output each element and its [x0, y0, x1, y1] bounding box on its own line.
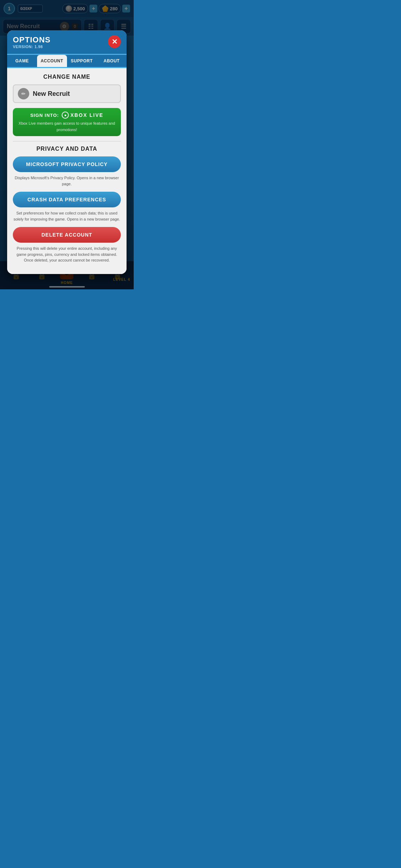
edit-icon: ✏	[18, 88, 29, 99]
delete-btn-label: DELETE ACCOUNT	[41, 232, 92, 238]
delete-account-button[interactable]: DELETE ACCOUNT	[13, 227, 121, 243]
xbox-live-button[interactable]: SIGN INTO: ● XBOX LIVE Xbox Live members…	[13, 108, 121, 136]
divider-1	[13, 141, 121, 141]
modal-title: OPTIONS	[13, 35, 51, 45]
xbox-sign-in-label: SIGN INTO:	[30, 113, 59, 118]
modal-body: CHANGE NAME ✏ New Recruit SIGN INTO: ● X…	[7, 68, 127, 274]
microsoft-btn-desc: Displays Microsoft's Privacy Policy. Ope…	[13, 175, 121, 187]
crash-btn-label: CRASH DATA PREFERENCES	[27, 197, 106, 202]
player-name-value: New Recruit	[33, 90, 70, 98]
modal-header: OPTIONS VERSION: 1.98 ✕	[7, 30, 127, 55]
tab-game[interactable]: GAME	[7, 55, 37, 67]
xbox-btn-top: SIGN INTO: ● XBOX LIVE	[18, 112, 116, 119]
crash-data-button[interactable]: CRASH DATA PREFERENCES	[13, 192, 121, 207]
change-name-title: CHANGE NAME	[13, 74, 121, 80]
xbox-logo: ● XBOX LIVE	[62, 112, 103, 119]
home-indicator	[49, 286, 85, 288]
delete-btn-desc: Pressing this will delete your entire ac…	[13, 246, 121, 263]
tab-account[interactable]: ACCOUNT	[37, 55, 67, 67]
xbox-circle-icon: ●	[62, 112, 69, 119]
modal-version: VERSION: 1.98	[13, 45, 51, 49]
privacy-section-title: PRIVACY AND DATA	[13, 146, 121, 152]
options-modal: OPTIONS VERSION: 1.98 ✕ GAME ACCOUNT SUP…	[7, 30, 127, 274]
xbox-live-text: XBOX LIVE	[70, 112, 103, 118]
microsoft-privacy-button[interactable]: MICROSOFT PRIVACY POLICY	[13, 156, 121, 172]
tab-about[interactable]: ABOUT	[97, 55, 127, 67]
name-field-row[interactable]: ✏ New Recruit	[13, 84, 121, 103]
crash-btn-desc: Set preferences for how we collect crash…	[13, 210, 121, 222]
tab-support[interactable]: SUPPORT	[67, 55, 97, 67]
tabs-row: GAME ACCOUNT SUPPORT ABOUT	[7, 55, 127, 68]
close-button[interactable]: ✕	[108, 35, 121, 48]
microsoft-btn-label: MICROSOFT PRIVACY POLICY	[26, 161, 108, 167]
modal-title-group: OPTIONS VERSION: 1.98	[13, 35, 51, 49]
xbox-subtext: Xbox Live members gain access to unique …	[19, 121, 115, 132]
